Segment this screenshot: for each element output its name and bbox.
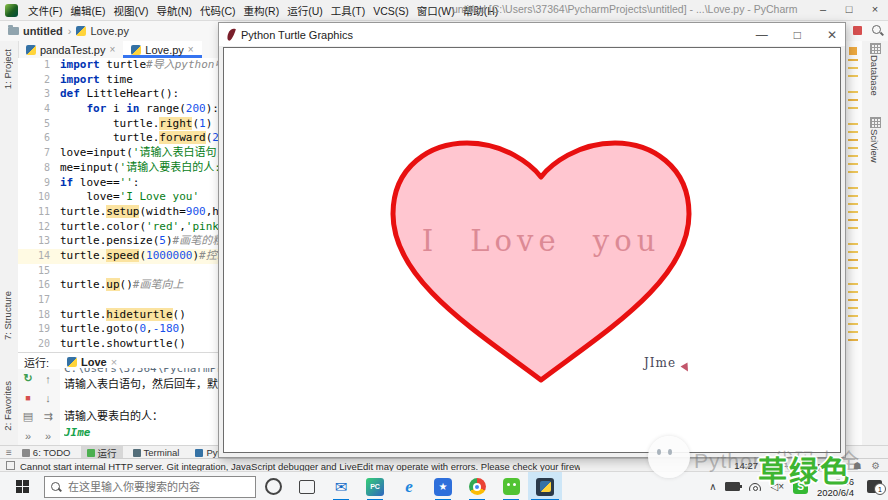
ie-button[interactable]: e: [392, 472, 426, 500]
taskbar-search[interactable]: [44, 476, 256, 498]
stop-icon[interactable]: ■: [25, 393, 30, 403]
event-log-icon[interactable]: ☗: [853, 460, 862, 471]
python-app-icon: [536, 478, 554, 496]
soft-wrap-icon[interactable]: ⇉: [43, 410, 52, 423]
up-arrow-icon[interactable]: ↑: [45, 373, 51, 385]
mail-button[interactable]: ✉: [324, 472, 358, 500]
menu-items: 文件(F)编辑(E)视图(V)导航(N)代码(C)重构(R)运行(U)工具(T)…: [24, 3, 502, 18]
wechat-button[interactable]: [494, 472, 528, 500]
more-icon[interactable]: »: [25, 430, 31, 442]
hamburger-icon[interactable]: ≡: [6, 447, 12, 458]
tab-love-py[interactable]: Love.py×: [123, 41, 201, 58]
tray-expand-icon[interactable]: ∧: [709, 481, 716, 492]
menu-item-7[interactable]: 工具(T): [327, 5, 369, 17]
turtle-titlebar[interactable]: Python Turtle Graphics: [219, 23, 845, 46]
down-arrow-icon[interactable]: ↓: [45, 392, 51, 404]
wrench-icon[interactable]: ⚙: [871, 460, 880, 471]
status-indent[interactable]: 4 spaces: [805, 460, 843, 471]
status-icon[interactable]: [6, 461, 15, 470]
grid-icon: [870, 117, 881, 128]
search-input[interactable]: [66, 480, 240, 494]
menu-item-1[interactable]: 编辑(E): [66, 5, 109, 17]
cortana-button[interactable]: [256, 472, 290, 500]
tab-pandatest-py[interactable]: pandaTest.py×: [18, 41, 123, 58]
battery-icon[interactable]: [725, 482, 740, 491]
restore-layout-icon[interactable]: ▤: [23, 410, 33, 423]
pycharm-menubar: 文件(F)编辑(E)视图(V)导航(N)代码(C)重构(R)运行(U)工具(T)…: [0, 0, 888, 21]
wechat-taskbar-icon: [503, 478, 520, 495]
ie-icon: e: [405, 477, 413, 497]
blue-app-icon: ★: [434, 478, 452, 496]
menu-item-2[interactable]: 视图(V): [109, 5, 152, 17]
grid-icon: [870, 43, 881, 54]
menu-item-8[interactable]: VCS(S): [369, 5, 413, 17]
menu-item-3[interactable]: 导航(N): [152, 5, 196, 17]
turtle-graphics-window[interactable]: Python Turtle Graphics — □ ✕ I Love you …: [218, 22, 846, 458]
breadcrumb-project[interactable]: untitled: [8, 25, 63, 37]
taskbar-clock[interactable]: 8:56 2020/6/4: [817, 476, 854, 498]
breadcrumb-separator: ›: [68, 25, 72, 37]
pycharm-button[interactable]: PC: [358, 472, 392, 500]
tool-button-icon: [133, 449, 141, 457]
wifi-icon[interactable]: [749, 483, 761, 491]
notification-badge: 1: [874, 483, 886, 495]
python-file-icon: [26, 45, 36, 55]
status-encoding[interactable]: UTF-8: [768, 460, 795, 471]
window-title: untitled [C:\Users\37364\PycharmProjects…: [452, 3, 797, 15]
chrome-button[interactable]: [460, 472, 494, 500]
close-icon[interactable]: ×: [111, 356, 117, 368]
status-time: 14:27: [734, 460, 758, 471]
breadcrumb-label: untitled: [23, 25, 63, 37]
chrome-icon: [469, 478, 486, 495]
start-button[interactable]: [0, 472, 44, 500]
python-file-icon: [67, 357, 77, 367]
maximize-button[interactable]: □: [794, 28, 801, 42]
tool-tab-7-structure[interactable]: 7: Structure: [2, 291, 13, 340]
minimize-button[interactable]: —: [756, 28, 768, 42]
action-center-icon[interactable]: 1: [867, 480, 882, 493]
python-app-button[interactable]: [528, 472, 562, 500]
right-tool-strip: DatabaseSciView: [861, 41, 888, 445]
run-tab[interactable]: Love ×: [67, 356, 117, 368]
tool-tab-sciview[interactable]: SciView: [869, 129, 880, 163]
pycharm-logo-icon: [5, 4, 18, 17]
system-tray: ∧ ◁× S 8:56 2020/6/4 1: [709, 476, 888, 498]
tool-button-icon: [195, 449, 203, 457]
tk-feather-icon: [226, 27, 236, 41]
menu-item-6[interactable]: 运行(U): [283, 5, 327, 17]
turtle-canvas: I Love you JIme: [223, 47, 841, 453]
menu-item-0[interactable]: 文件(F): [24, 5, 66, 17]
tool-tab-1-project[interactable]: 1: Project: [2, 49, 13, 89]
search-everywhere-icon[interactable]: [872, 25, 881, 34]
sogou-ime-icon[interactable]: S: [793, 479, 808, 494]
tool-button-icon: [22, 449, 30, 457]
maximize-button[interactable]: □: [836, 0, 862, 20]
close-button[interactable]: ×: [862, 0, 888, 20]
more-icon[interactable]: »: [45, 430, 51, 442]
status-bar: Cannot start internal HTTP server. Git i…: [0, 458, 888, 472]
run-tab-label: Love: [81, 356, 107, 368]
menu-item-5[interactable]: 重构(R): [240, 5, 284, 17]
task-view-button[interactable]: [290, 472, 324, 500]
taskbar: ✉ PC e ★ ∧ ◁× S 8:56 2020/6/4 1: [0, 471, 888, 500]
status-right: 14:27 UTF-8 4 spaces ☗ ⚙: [734, 460, 888, 471]
turtle-window-controls: — □ ✕: [756, 23, 837, 46]
python-file-icon: [131, 45, 141, 55]
tool-tab-database[interactable]: Database: [869, 55, 880, 96]
stop-button[interactable]: [853, 26, 862, 35]
close-icon: ×: [188, 44, 194, 55]
blue-app-button[interactable]: ★: [426, 472, 460, 500]
close-button[interactable]: ✕: [827, 28, 837, 42]
tool-tab-2-favorites[interactable]: 2: Favorites: [2, 381, 13, 431]
file-status-marker: [849, 47, 857, 55]
breadcrumb-file[interactable]: Love.py: [76, 25, 129, 37]
menu-item-4[interactable]: 代码(C): [196, 5, 240, 17]
rerun-icon[interactable]: ↻: [23, 372, 32, 385]
minimize-button[interactable]: –: [810, 0, 836, 20]
clock-date: 2020/6/4: [817, 487, 854, 498]
run-label: 运行:: [24, 354, 49, 370]
error-stripe[interactable]: [844, 41, 862, 445]
volume-muted-icon[interactable]: ◁×: [770, 481, 784, 492]
turtle-window-title: Python Turtle Graphics: [241, 29, 353, 41]
run-toolbar: ↻ ↑ ■ ↓ ▤ ⇉ » »: [18, 369, 60, 445]
